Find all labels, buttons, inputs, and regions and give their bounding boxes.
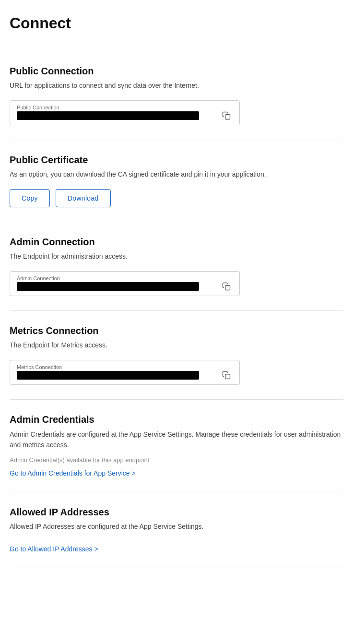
public-certificate-section: Public Certificate As an option, you can… (10, 140, 343, 222)
metrics-connection-field: Metrics Connection (10, 360, 240, 385)
admin-connection-copy-button[interactable] (220, 280, 233, 293)
metrics-connection-label: Metrics Connection (17, 364, 62, 370)
admin-credentials-note: Admin Credential(s) available for this a… (10, 456, 343, 464)
metrics-connection-input-wrapper: Metrics Connection (10, 360, 240, 385)
public-connection-section: Public Connection URL for applications t… (10, 51, 343, 140)
page-title: Connect (10, 14, 343, 32)
admin-credentials-title: Admin Credentials (10, 414, 343, 425)
admin-connection-label: Admin Connection (17, 275, 60, 281)
public-connection-description: URL for applications to connect and sync… (10, 81, 343, 91)
public-connection-copy-button[interactable] (220, 109, 233, 122)
admin-connection-field: Admin Connection (10, 271, 240, 296)
copy-icon (222, 111, 231, 120)
admin-connection-section: Admin Connection The Endpoint for admini… (10, 222, 343, 311)
admin-credentials-link[interactable]: Go to Admin Credentials for App Service … (10, 469, 136, 477)
public-connection-input-wrapper: Public Connection (10, 100, 240, 125)
certificate-buttons: Copy Download (10, 189, 343, 207)
allowed-ip-title: Allowed IP Addresses (10, 507, 343, 518)
public-connection-label: Public Connection (17, 105, 59, 110)
copy-icon (222, 282, 231, 291)
public-connection-title: Public Connection (10, 66, 343, 77)
svg-rect-1 (225, 286, 230, 290)
admin-connection-value (17, 282, 199, 291)
copy-icon (222, 371, 231, 380)
admin-connection-title: Admin Connection (10, 237, 343, 248)
public-certificate-description: As an option, you can download the CA si… (10, 169, 343, 179)
public-certificate-title: Public Certificate (10, 155, 343, 166)
metrics-connection-copy-button[interactable] (220, 369, 233, 382)
admin-connection-description: The Endpoint for administration access. (10, 251, 343, 262)
download-certificate-button[interactable]: Download (56, 189, 111, 207)
copy-certificate-button[interactable]: Copy (10, 189, 50, 207)
allowed-ip-description: Allowed IP Addresses are configured at t… (10, 522, 343, 532)
public-connection-value (17, 111, 199, 120)
metrics-connection-title: Metrics Connection (10, 325, 343, 336)
metrics-connection-description: The Endpoint for Metrics access. (10, 340, 343, 350)
svg-rect-2 (225, 374, 230, 379)
public-connection-field: Public Connection (10, 100, 240, 125)
admin-credentials-section: Admin Credentials Admin Credentials are … (10, 400, 343, 492)
allowed-ip-section: Allowed IP Addresses Allowed IP Addresse… (10, 492, 343, 568)
svg-rect-0 (225, 115, 230, 119)
admin-connection-input-wrapper: Admin Connection (10, 271, 240, 296)
metrics-connection-section: Metrics Connection The Endpoint for Metr… (10, 311, 343, 400)
allowed-ip-link[interactable]: Go to Allowed IP Addresses > (10, 545, 98, 553)
admin-credentials-description: Admin Credentials are configured at the … (10, 429, 343, 451)
metrics-connection-value (17, 371, 199, 380)
